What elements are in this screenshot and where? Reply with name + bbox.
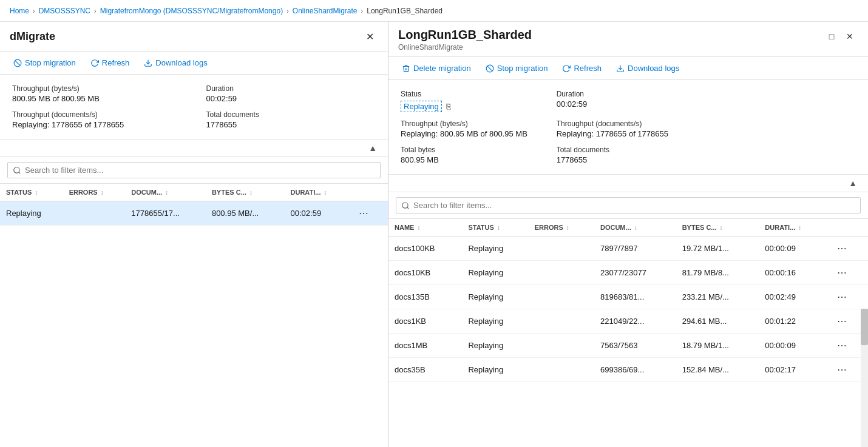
- right-download-logs-button[interactable]: Download logs: [610, 61, 685, 76]
- right-stat-duration: Duration 00:02:59: [557, 90, 700, 112]
- breadcrumb-migratefrom[interactable]: MigratefromMongo (DMSOSSSYNC/Migratefrom…: [100, 7, 283, 15]
- right-table-row: docs1KB Replaying 221049/22... 294.61 MB…: [388, 309, 868, 334]
- right-row-name: docs10KB: [388, 261, 462, 285]
- right-table-row: docs10KB Replaying 23077/23077 81.79 MB/…: [388, 261, 868, 285]
- left-row-more-button[interactable]: ⋯: [355, 206, 372, 220]
- right-panel-title: LongRun1GB_Sharded: [398, 28, 821, 42]
- right-row-documents: 7897/7897: [594, 237, 676, 261]
- left-table-container: STATUS ↕ ERRORS ↕ DOCUM... ↕ BYTES C... …: [0, 184, 388, 447]
- left-search-bar: [0, 157, 388, 184]
- right-panel-maximize-button[interactable]: □: [823, 28, 840, 45]
- scrollbar-track[interactable]: [861, 309, 868, 447]
- left-stat-duration: Duration 00:02:59: [206, 84, 376, 103]
- right-row-documents: 221049/22...: [594, 309, 676, 334]
- right-row-bytes: 19.72 MB/1...: [676, 237, 759, 261]
- stop-circle-icon: [486, 64, 494, 73]
- right-delete-migration-button[interactable]: Delete migration: [396, 61, 477, 76]
- right-row-name: docs35B: [388, 358, 462, 382]
- left-stat-throughput-bytes: Throughput (bytes/s) 800.95 MB of 800.95…: [12, 84, 182, 103]
- right-row-status: Replaying: [462, 309, 528, 334]
- right-col-errors[interactable]: ERRORS ↕: [529, 219, 594, 237]
- right-row-duration: 00:00:16: [759, 261, 827, 285]
- right-row-duration: 00:02:49: [759, 285, 827, 309]
- right-stat-status: Status Replaying ⎘: [401, 90, 544, 112]
- right-row-more-button[interactable]: ⋯: [833, 266, 850, 280]
- left-panel-close-button[interactable]: ✕: [361, 28, 378, 45]
- right-row-status: Replaying: [462, 261, 528, 285]
- right-row-more-button[interactable]: ⋯: [833, 314, 850, 328]
- left-col-duration[interactable]: DURATI... ↕: [285, 184, 350, 201]
- right-panel-close-button[interactable]: ✕: [841, 28, 858, 45]
- right-collapse-button[interactable]: ▲: [845, 177, 861, 189]
- right-stat-total-docs: Total documents 1778655: [557, 146, 700, 164]
- right-row-bytes: 152.84 MB/...: [676, 358, 759, 382]
- right-row-more-button[interactable]: ⋯: [833, 241, 850, 255]
- right-row-more-button[interactable]: ⋯: [833, 338, 850, 352]
- left-row-errors: [63, 201, 126, 226]
- right-toolbar: Delete migration Stop migration Refresh …: [388, 57, 868, 80]
- left-search-input[interactable]: [7, 162, 381, 178]
- breadcrumb: Home › DMSOSSSYNC › MigratefromMongo (DM…: [0, 0, 868, 22]
- right-table-container: NAME ↕ STATUS ↕ ERRORS ↕ DOCUM... ↕ BYTE…: [388, 219, 868, 447]
- right-table-row: docs1MB Replaying 7563/7563 18.79 MB/1..…: [388, 334, 868, 358]
- left-col-documents[interactable]: DOCUM... ↕: [125, 184, 206, 201]
- right-row-errors: [529, 334, 594, 358]
- right-row-errors: [529, 285, 594, 309]
- right-search-bar: [388, 192, 868, 219]
- left-stop-migration-button[interactable]: Stop migration: [7, 55, 82, 70]
- right-col-status[interactable]: STATUS ↕: [462, 219, 528, 237]
- right-row-more-button[interactable]: ⋯: [833, 363, 850, 377]
- right-panel-header: LongRun1GB_Sharded OnlineShardMigrate □ …: [388, 22, 868, 57]
- breadcrumb-onlineshard[interactable]: OnlineShardMigrate: [293, 7, 358, 15]
- right-search-input[interactable]: [396, 197, 861, 213]
- right-row-documents: 23077/23077: [594, 261, 676, 285]
- breadcrumb-dmsosssync[interactable]: DMSOSSSYNC: [39, 7, 90, 15]
- right-row-status: Replaying: [462, 285, 528, 309]
- right-row-name: docs100KB: [388, 237, 462, 261]
- copy-status-button[interactable]: ⎘: [444, 102, 453, 111]
- right-col-duration[interactable]: DURATI... ↕: [759, 219, 827, 237]
- svg-line-4: [487, 66, 492, 70]
- right-col-bytes[interactable]: BYTES C... ↕: [676, 219, 759, 237]
- right-row-more: ⋯: [827, 261, 868, 285]
- left-row-status: Replaying: [0, 201, 63, 226]
- right-row-duration: 00:01:22: [759, 309, 827, 334]
- right-row-errors: [529, 261, 594, 285]
- left-row-more: ⋯: [349, 201, 388, 226]
- left-col-bytes[interactable]: BYTES C... ↕: [206, 184, 285, 201]
- right-row-status: Replaying: [462, 334, 528, 358]
- right-row-bytes: 18.79 MB/1...: [676, 334, 759, 358]
- right-row-more-button[interactable]: ⋯: [833, 290, 850, 304]
- breadcrumb-current: LongRun1GB_Sharded: [367, 7, 442, 15]
- left-download-logs-button[interactable]: Download logs: [138, 55, 213, 70]
- breadcrumb-home[interactable]: Home: [10, 7, 29, 15]
- right-stop-migration-button[interactable]: Stop migration: [480, 61, 554, 76]
- right-refresh-button[interactable]: Refresh: [556, 61, 608, 76]
- left-refresh-button[interactable]: Refresh: [84, 55, 136, 70]
- right-col-actions: [827, 219, 868, 237]
- left-col-errors[interactable]: ERRORS ↕: [63, 184, 126, 201]
- right-row-documents: 699386/69...: [594, 358, 676, 382]
- right-row-status: Replaying: [462, 358, 528, 382]
- right-panel-subtitle: OnlineShardMigrate: [398, 43, 821, 52]
- right-row-errors: [529, 309, 594, 334]
- right-collapse-row: ▲: [388, 175, 868, 192]
- refresh-icon: [90, 59, 99, 67]
- left-row-documents: 1778655/17...: [125, 201, 206, 226]
- right-row-more: ⋯: [827, 285, 868, 309]
- right-table-row: docs35B Replaying 699386/69... 152.84 MB…: [388, 358, 868, 382]
- left-col-status[interactable]: STATUS ↕: [0, 184, 63, 201]
- right-row-duration: 00:00:09: [759, 334, 827, 358]
- right-row-bytes: 294.61 MB...: [676, 309, 759, 334]
- left-col-actions: [349, 184, 388, 201]
- scrollbar-thumb[interactable]: [861, 309, 868, 345]
- left-collapse-button[interactable]: ▲: [365, 142, 381, 154]
- right-col-name[interactable]: NAME ↕: [388, 219, 462, 237]
- download-icon-right: [616, 64, 625, 73]
- left-table-header-row: STATUS ↕ ERRORS ↕ DOCUM... ↕ BYTES C... …: [0, 184, 388, 201]
- right-col-documents[interactable]: DOCUM... ↕: [594, 219, 676, 237]
- left-row-duration: 00:02:59: [285, 201, 350, 226]
- refresh-icon-right: [562, 64, 571, 73]
- delete-icon: [402, 64, 410, 73]
- right-table-row: docs100KB Replaying 7897/7897 19.72 MB/1…: [388, 237, 868, 261]
